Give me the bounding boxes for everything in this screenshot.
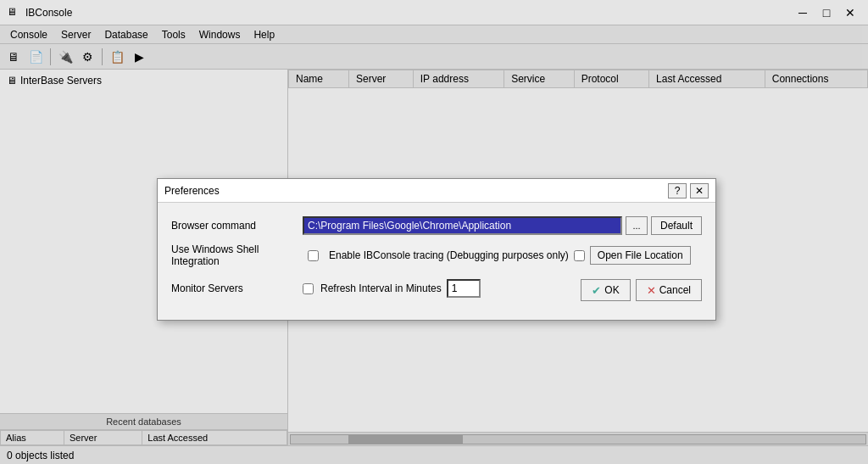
monitor-refresh-row: Monitor Servers Refresh Interval in Minu…: [171, 276, 702, 301]
browser-command-row: Browser command ... Default: [171, 216, 702, 235]
dialog-controls: ? ✕: [668, 183, 709, 198]
open-file-location-button[interactable]: Open File Location: [590, 246, 691, 265]
cancel-button[interactable]: ✕ Cancel: [636, 279, 702, 301]
ok-button[interactable]: ✔ OK: [581, 279, 630, 301]
ok-label: OK: [604, 284, 619, 296]
checkboxes-row: Use Windows Shell Integration Enable IBC…: [171, 243, 702, 267]
refresh-interval-label: Refresh Interval in Minutes: [320, 282, 442, 294]
dialog-close-button[interactable]: ✕: [690, 183, 709, 198]
windows-shell-checkbox[interactable]: [308, 250, 319, 261]
browser-command-input-group: ... Default: [303, 216, 702, 235]
dialog-title-bar: Preferences ? ✕: [158, 179, 715, 203]
refresh-interval-input[interactable]: [447, 279, 481, 298]
dialog-help-button[interactable]: ?: [668, 183, 687, 198]
browse-button[interactable]: ...: [626, 216, 648, 235]
dialog-title: Preferences: [164, 185, 668, 197]
windows-shell-label: Use Windows Shell Integration: [171, 243, 303, 267]
monitor-servers-label: Monitor Servers: [171, 282, 243, 294]
default-button[interactable]: Default: [651, 216, 702, 235]
monitor-servers-checkbox[interactable]: [303, 283, 314, 294]
ibc-tracing-label: Enable IBConsole tracing (Debugging purp…: [329, 249, 569, 261]
dialog-footer: ✔ OK ✕ Cancel: [581, 279, 702, 301]
monitor-servers-group: Monitor Servers: [171, 282, 303, 294]
browser-command-label: Browser command: [171, 220, 303, 232]
preferences-dialog: Preferences ? ✕ Browser command ... Defa…: [157, 178, 716, 321]
browser-command-input[interactable]: [303, 216, 622, 235]
dialog-body: Browser command ... Default Use Windows …: [158, 203, 715, 320]
modal-overlay: Preferences ? ✕ Browser command ... Defa…: [0, 0, 868, 464]
ok-icon: ✔: [592, 284, 601, 297]
ibc-tracing-checkbox[interactable]: [574, 250, 585, 261]
cancel-icon: ✕: [647, 284, 656, 297]
cancel-label: Cancel: [659, 284, 691, 296]
refresh-group: Refresh Interval in Minutes: [320, 279, 581, 298]
